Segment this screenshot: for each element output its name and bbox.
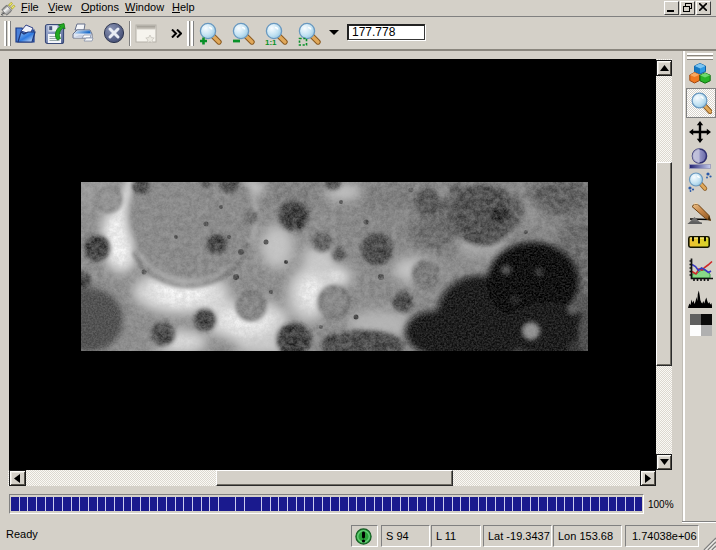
svg-text:1:1: 1:1 [265, 38, 277, 47]
